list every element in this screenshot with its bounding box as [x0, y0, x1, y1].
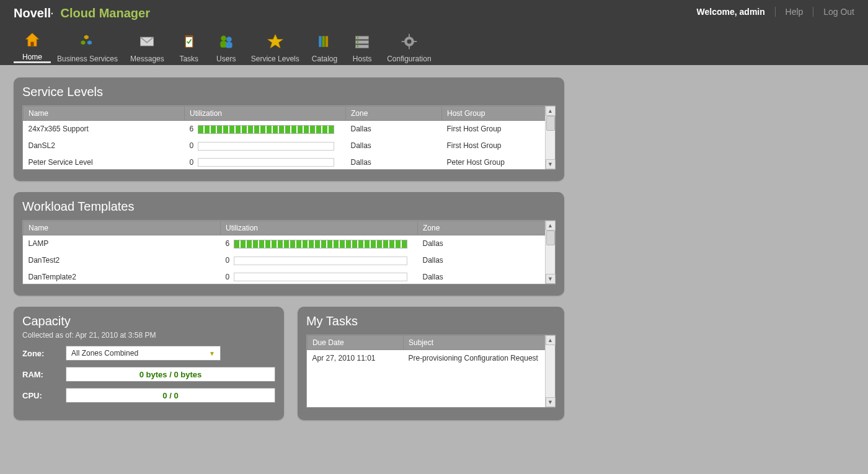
cpu-row: CPU: 0 / 0: [22, 388, 275, 403]
nav-tasks[interactable]: Tasks: [170, 26, 208, 63]
brand-novell: Novell: [14, 6, 51, 20]
cpu-label: CPU:: [22, 391, 66, 400]
cell-utilization: 0: [221, 269, 418, 286]
svg-marker-4: [87, 40, 92, 45]
nav-label: Service Levels: [251, 55, 299, 63]
nav-catalog[interactable]: Catalog: [306, 26, 343, 63]
cell-utilization: 0: [221, 252, 418, 269]
cell-zone: Dallas: [418, 269, 555, 286]
scrollbar[interactable]: ▲ ▼: [545, 335, 555, 407]
service-levels-panel: Service Levels Name Utilization Zone Hos…: [14, 77, 564, 181]
col-host-group[interactable]: Host Group: [442, 107, 555, 121]
scroll-up-button[interactable]: ▲: [546, 335, 556, 345]
workload-templates-table-wrap: Name Utilization Zone LAMP 6 Dallas DanT…: [22, 220, 556, 284]
home-icon: [24, 30, 41, 49]
help-link[interactable]: Help: [786, 7, 804, 17]
scrollbar[interactable]: ▲ ▼: [545, 106, 555, 169]
nav-messages[interactable]: Messages: [124, 26, 170, 63]
scroll-up-button[interactable]: ▲: [546, 106, 556, 116]
svg-point-20: [357, 42, 359, 43]
col-zone[interactable]: Zone: [418, 221, 555, 235]
panel-title: Service Levels: [22, 85, 556, 99]
bottom-row: Capacity Collected as of: Apr 21, 2010 a…: [14, 307, 564, 420]
welcome-text: Welcome, admin: [697, 7, 765, 17]
table-row[interactable]: DanSL2 0 Dallas First Host Group: [24, 138, 555, 154]
util-value: 0: [226, 256, 230, 265]
envelope-icon: [138, 32, 156, 51]
table-row[interactable]: DanTemplate2 0 Dallas: [24, 269, 555, 286]
nav-label: Messages: [130, 55, 164, 63]
nav-configuration[interactable]: Configuration: [381, 26, 437, 63]
divider: [775, 7, 776, 17]
col-subject[interactable]: Subject: [403, 336, 554, 350]
util-value: 0: [190, 141, 194, 150]
cell-subject: Pre-provisioning Configuration Request: [403, 350, 554, 367]
workload-templates-panel: Workload Templates Name Utilization Zone…: [14, 192, 564, 296]
scroll-down-button[interactable]: ▼: [546, 274, 556, 284]
svg-point-10: [226, 37, 232, 42]
util-bar: [234, 273, 407, 281]
table-row[interactable]: LAMP 6 Dallas: [24, 235, 555, 252]
col-zone[interactable]: Zone: [346, 107, 442, 121]
scroll-down-button[interactable]: ▼: [546, 159, 556, 169]
nav-home[interactable]: Home: [14, 26, 51, 63]
table-row[interactable]: 24x7x365 Support 6 Dallas First Host Gro…: [24, 121, 555, 138]
my-tasks-panel: My Tasks Due Date Subject Apr 27, 2010 1…: [298, 307, 564, 420]
capacity-collected: Collected as of: Apr 21, 2010 at 3:58 PM: [22, 331, 275, 340]
nav-label: Hosts: [353, 55, 372, 63]
nav-business-services[interactable]: Business Services: [51, 26, 124, 63]
ram-row: RAM: 0 bytes / 0 bytes: [22, 367, 275, 382]
cell-utilization: 6: [221, 235, 418, 252]
nav-service-levels[interactable]: Service Levels: [245, 26, 306, 63]
table-header-row: Name Utilization Zone: [24, 221, 555, 235]
content-area: Service Levels Name Utilization Zone Hos…: [0, 65, 578, 432]
brand: Novell. Cloud Manager: [14, 6, 150, 20]
nav-hosts[interactable]: Hosts: [343, 26, 381, 63]
col-utilization[interactable]: Utilization: [221, 221, 418, 235]
brand-cloud-manager: Cloud Manager: [60, 6, 149, 20]
svg-point-21: [357, 46, 359, 48]
svg-rect-11: [226, 42, 232, 48]
service-levels-table: Name Utilization Zone Host Group 24x7x36…: [23, 106, 555, 170]
star-icon: [267, 32, 284, 51]
cell-utilization: 0: [185, 154, 346, 171]
table-row[interactable]: DanTest2 0 Dallas: [24, 252, 555, 269]
cpu-value: 0 / 0: [66, 388, 275, 403]
main-nav: Home Business Services Messages Tasks Us…: [14, 26, 438, 63]
cell-hostgroup: First Host Group: [442, 138, 555, 154]
logout-link[interactable]: Log Out: [823, 7, 854, 17]
nav-users[interactable]: Users: [208, 26, 245, 63]
servers-icon: [353, 32, 371, 51]
cell-name: LAMP: [24, 235, 221, 252]
col-utilization[interactable]: Utilization: [185, 107, 346, 121]
books-icon: [316, 32, 333, 51]
zone-label: Zone:: [22, 349, 66, 358]
svg-point-8: [221, 35, 226, 41]
col-name[interactable]: Name: [24, 107, 185, 121]
col-name[interactable]: Name: [24, 221, 221, 235]
table-row[interactable]: Peter Service Level 0 Dallas Peter Host …: [24, 154, 555, 171]
util-value: 6: [190, 125, 194, 133]
svg-rect-25: [409, 46, 410, 49]
cell-zone: Dallas: [418, 252, 555, 269]
scroll-up-button[interactable]: ▲: [546, 221, 556, 230]
scroll-thumb[interactable]: [546, 230, 555, 245]
util-bar: [198, 125, 334, 134]
cell-due-date: Apr 27, 2010 11:01: [307, 350, 403, 367]
svg-rect-14: [322, 36, 325, 47]
util-value: 0: [226, 273, 230, 281]
table-row[interactable]: Apr 27, 2010 11:01 Pre-provisioning Conf…: [307, 350, 554, 367]
zone-select[interactable]: All Zones Combined ▼: [66, 346, 221, 361]
svg-point-23: [407, 40, 411, 44]
scroll-down-button[interactable]: ▼: [546, 397, 556, 407]
cell-zone: Dallas: [346, 121, 442, 138]
nav-label: Business Services: [57, 55, 118, 63]
svg-rect-1: [30, 42, 33, 46]
cell-utilization: 0: [185, 138, 346, 154]
scroll-thumb[interactable]: [546, 116, 555, 131]
col-due-date[interactable]: Due Date: [307, 336, 403, 350]
nav-label: Home: [22, 53, 42, 61]
hexagons-icon: [79, 32, 96, 51]
scrollbar[interactable]: ▲ ▼: [545, 221, 555, 284]
cell-hostgroup: Peter Host Group: [442, 154, 555, 171]
